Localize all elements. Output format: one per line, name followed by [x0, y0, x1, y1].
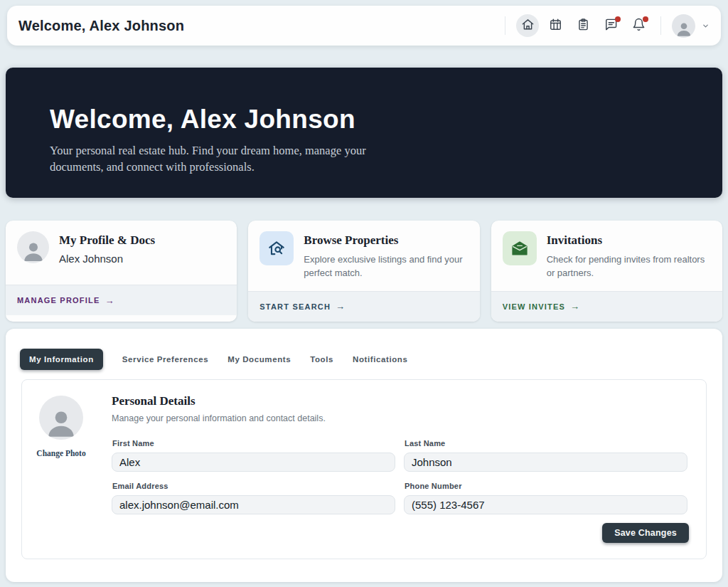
- arrow-right-icon: →: [336, 301, 345, 312]
- divider: [660, 16, 661, 35]
- profile-photo[interactable]: [39, 396, 83, 440]
- profile-card-title: My Profile & Docs: [59, 233, 155, 248]
- save-changes-button[interactable]: Save Changes: [602, 523, 689, 543]
- form-grid: First Name Last Name Email Address Phone…: [112, 429, 687, 514]
- messages-badge: [615, 16, 621, 22]
- person-icon: [675, 19, 693, 38]
- quick-action-cards: My Profile & Docs Alex Johnson MANAGE PR…: [6, 221, 722, 322]
- first-name-field-group: First Name: [112, 429, 395, 472]
- personal-details-form: Personal Details Manage your personal in…: [112, 380, 706, 514]
- welcome-banner: Welcome, Alex Johnson Your personal real…: [6, 68, 722, 198]
- tab-notifications[interactable]: Notifications: [353, 349, 407, 370]
- main-panel: My Information Service Preferences My Do…: [6, 329, 722, 582]
- personal-details-card: Change Photo Personal Details Manage you…: [21, 379, 707, 559]
- phone-label: Phone Number: [405, 482, 687, 490]
- profile-avatar: [17, 231, 49, 263]
- tab-bar: My Information Service Preferences My Do…: [6, 329, 722, 370]
- email-label: Email Address: [112, 482, 395, 490]
- profile-card: My Profile & Docs Alex Johnson MANAGE PR…: [6, 221, 237, 322]
- calendar-icon: [549, 18, 562, 33]
- top-bar-actions: [499, 14, 710, 38]
- hero-subtitle: Your personal real estate hub. Find your…: [50, 142, 366, 176]
- last-name-field-group: Last Name: [404, 429, 687, 472]
- save-row: Save Changes: [602, 523, 689, 543]
- home-icon: [521, 18, 535, 33]
- profile-card-name: Alex Johnson: [59, 253, 155, 265]
- messages-button[interactable]: [599, 14, 622, 37]
- user-avatar[interactable]: [672, 14, 695, 38]
- photo-column: Change Photo: [33, 396, 90, 458]
- arrow-right-icon: →: [570, 301, 579, 312]
- start-search-link[interactable]: START SEARCH →: [248, 291, 479, 322]
- last-name-label: Last Name: [405, 439, 687, 448]
- invitations-card: Invitations Check for pending invites fr…: [491, 221, 722, 322]
- tab-tools[interactable]: Tools: [310, 349, 333, 370]
- notifications-badge: [643, 16, 648, 22]
- open-envelope-icon: [503, 231, 537, 265]
- notifications-button[interactable]: [627, 14, 650, 37]
- calendar-button[interactable]: [544, 14, 567, 37]
- house-search-icon: [259, 231, 294, 265]
- invitations-card-body: Invitations Check for pending invites fr…: [491, 221, 722, 291]
- view-invites-link[interactable]: VIEW INVITES →: [491, 291, 722, 322]
- manage-profile-link[interactable]: MANAGE PROFILE →: [6, 285, 237, 315]
- browse-properties-card: Browse Properties Explore exclusive list…: [248, 221, 479, 322]
- phone-field-group: Phone Number: [404, 472, 687, 514]
- browse-card-title: Browse Properties: [304, 233, 468, 248]
- tab-my-information[interactable]: My Information: [20, 349, 103, 370]
- phone-input[interactable]: [404, 495, 687, 514]
- documents-button[interactable]: [572, 14, 594, 37]
- invitations-card-title: Invitations: [547, 233, 711, 248]
- top-bar: Welcome, Alex Johnson: [7, 6, 721, 46]
- tab-service-preferences[interactable]: Service Preferences: [122, 349, 208, 370]
- form-subheading: Manage your personal information and con…: [112, 413, 687, 423]
- page-title: Welcome, Alex Johnson: [18, 18, 184, 34]
- first-name-label: First Name: [112, 439, 395, 448]
- chevron-down-icon[interactable]: [702, 22, 710, 30]
- arrow-right-icon: →: [105, 295, 114, 306]
- hero-title: Welcome, Alex Johnson: [50, 105, 680, 134]
- divider: [505, 16, 505, 35]
- email-input[interactable]: [112, 495, 395, 514]
- person-icon: [43, 404, 79, 440]
- browse-card-body: Browse Properties Explore exclusive list…: [248, 221, 479, 291]
- form-heading: Personal Details: [112, 394, 687, 408]
- invitations-card-description: Check for pending invites from realtors …: [547, 253, 711, 280]
- profile-card-body: My Profile & Docs Alex Johnson: [6, 221, 237, 285]
- clipboard-icon: [577, 18, 590, 33]
- email-field-group: Email Address: [112, 472, 395, 514]
- tab-my-documents[interactable]: My Documents: [228, 349, 291, 370]
- browse-card-description: Explore exclusive listings and find your…: [304, 253, 468, 280]
- person-icon: [21, 238, 46, 263]
- last-name-input[interactable]: [404, 453, 687, 472]
- home-button[interactable]: [516, 14, 539, 37]
- change-photo-link[interactable]: Change Photo: [33, 449, 90, 458]
- first-name-input[interactable]: [112, 453, 395, 472]
